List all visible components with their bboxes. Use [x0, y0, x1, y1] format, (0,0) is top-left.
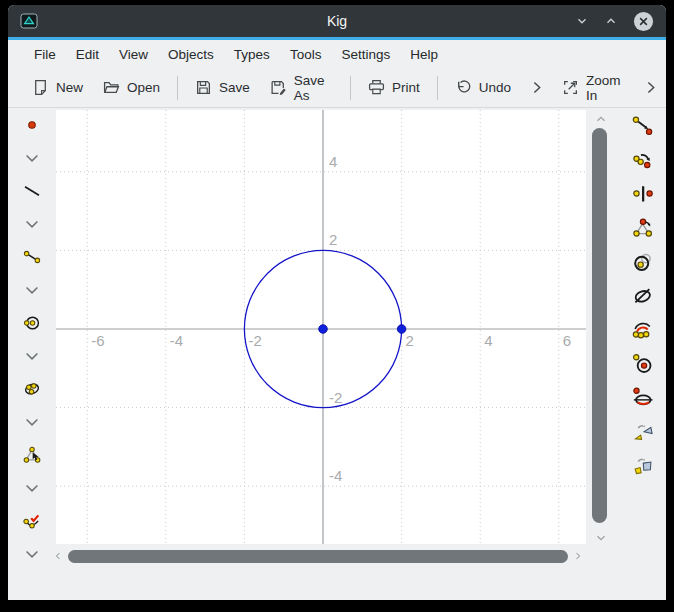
minimize-button[interactable]	[575, 14, 589, 28]
canvas-area[interactable]: -6-4-224642-2-4	[56, 110, 586, 544]
close-button[interactable]	[633, 11, 654, 32]
conic-line-icon	[632, 387, 653, 408]
point-tool[interactable]	[22, 115, 42, 135]
chevron-down-tool[interactable]	[22, 148, 42, 168]
y-tick-label: -4	[329, 467, 342, 484]
segment-icon	[23, 248, 41, 266]
menu-item-tools[interactable]: Tools	[280, 43, 332, 66]
chevron-down-tool[interactable]	[22, 544, 42, 564]
menu-item-settings[interactable]: Settings	[331, 43, 400, 66]
chevron-down-icon	[23, 545, 41, 563]
toolbar-button-save[interactable]: Save	[185, 72, 260, 103]
rotate-tool[interactable]	[631, 148, 653, 170]
main-toolbar: NewOpenSaveSave AsPrintUndoZoom In	[8, 68, 666, 108]
toolbar-button-label: Open	[127, 80, 160, 95]
chevron-down-tool[interactable]	[22, 214, 42, 234]
geometry-canvas[interactable]: -6-4-224642-2-4	[56, 110, 586, 544]
menu-item-view[interactable]: View	[109, 43, 158, 66]
y-tick-label: -2	[329, 389, 342, 406]
titlebar[interactable]: Kig	[8, 5, 666, 37]
scroll-right-button[interactable]	[572, 550, 584, 562]
vertical-scrollbar-thumb[interactable]	[592, 128, 607, 523]
conic-tool[interactable]	[22, 379, 42, 399]
toolbar-button-undo[interactable]: Undo	[445, 72, 521, 103]
menu-item-edit[interactable]: Edit	[66, 43, 109, 66]
menu-item-types[interactable]: Types	[224, 43, 280, 66]
chevron-down-icon	[23, 215, 41, 233]
toolbar-button-save-as[interactable]: Save As	[260, 66, 343, 110]
print-icon	[368, 79, 385, 96]
chevron-down-tool[interactable]	[22, 346, 42, 366]
cross-ellipse-icon	[632, 285, 653, 306]
left-toolbar	[8, 108, 56, 600]
scale-icon	[632, 217, 653, 238]
new-icon	[32, 79, 49, 96]
horizontal-scrollbar[interactable]	[52, 548, 584, 564]
toolbar-button-chevron-right[interactable]	[521, 72, 552, 103]
chevron-down-icon	[23, 479, 41, 497]
toolbar-button-label: Undo	[479, 80, 511, 95]
reflect-tool[interactable]	[631, 182, 653, 204]
chevron-down-tool[interactable]	[22, 280, 42, 300]
toolbar-button-zoom-in[interactable]: Zoom In	[552, 66, 635, 110]
arc-icon	[632, 319, 653, 340]
window-controls	[575, 11, 654, 32]
vertical-scrollbar[interactable]	[592, 110, 616, 544]
toolbar-separator	[437, 76, 438, 100]
horizontal-scrollbar-thumb[interactable]	[68, 550, 568, 563]
toolbar-button-print[interactable]: Print	[358, 72, 430, 103]
scroll-down-button[interactable]	[594, 531, 608, 541]
save-icon	[195, 79, 212, 96]
x-tick-label: 2	[406, 332, 414, 349]
line-tool[interactable]	[22, 181, 42, 201]
right-toolbar	[616, 108, 666, 600]
toolbar-button-new[interactable]: New	[22, 72, 93, 103]
scroll-left-button[interactable]	[52, 550, 64, 562]
menu-item-help[interactable]: Help	[400, 43, 448, 66]
toolbar-button-label: Zoom In	[586, 73, 625, 103]
zoom-in-icon	[562, 79, 579, 96]
test-tool[interactable]	[22, 511, 42, 531]
translate-tool[interactable]	[631, 114, 653, 136]
scale-tool[interactable]	[631, 216, 653, 238]
transform-circle-tool[interactable]	[631, 352, 653, 374]
chevron-down-tool[interactable]	[22, 412, 42, 432]
segment-tool[interactable]	[22, 247, 42, 267]
chevron-down-icon	[23, 413, 41, 431]
kig-app-icon	[20, 12, 38, 30]
scroll-up-button[interactable]	[594, 112, 608, 122]
polygon-tool[interactable]	[22, 445, 42, 465]
chevron-down-icon	[23, 347, 41, 365]
conic-line-tool[interactable]	[631, 386, 653, 408]
polygon-icon	[23, 446, 41, 464]
similarity-icon	[632, 421, 653, 442]
toolbar-button-chevron-right[interactable]	[635, 72, 666, 103]
point-icon	[23, 116, 41, 134]
x-tick-label: 6	[563, 332, 571, 349]
transform-circle-icon	[632, 353, 653, 374]
menu-item-objects[interactable]: Objects	[158, 43, 224, 66]
test-icon	[23, 512, 41, 530]
similarity-tool[interactable]	[631, 420, 653, 442]
projective-icon	[632, 455, 653, 476]
kig-window: Kig FileEditViewObjectsTypesToolsSetting…	[8, 5, 666, 600]
status-bar	[8, 564, 666, 600]
arc-tool[interactable]	[631, 318, 653, 340]
circle-tool[interactable]	[22, 313, 42, 333]
invert-icon	[632, 251, 653, 272]
toolbar-separator	[350, 76, 351, 100]
invert-tool[interactable]	[631, 250, 653, 272]
menu-item-file[interactable]: File	[24, 43, 66, 66]
reflect-icon	[632, 183, 653, 204]
maximize-button[interactable]	[604, 14, 618, 28]
chevron-right-icon	[528, 79, 545, 96]
chevron-down-tool[interactable]	[22, 478, 42, 498]
cross-ellipse-tool[interactable]	[631, 284, 653, 306]
translate-icon	[632, 115, 653, 136]
main-area: -6-4-224642-2-4	[8, 108, 666, 600]
toolbar-button-open[interactable]: Open	[93, 72, 170, 103]
y-tick-label: 4	[329, 153, 337, 170]
point-object[interactable]	[319, 325, 328, 334]
projective-tool[interactable]	[631, 454, 653, 476]
toolbar-button-label: Save As	[294, 73, 333, 103]
